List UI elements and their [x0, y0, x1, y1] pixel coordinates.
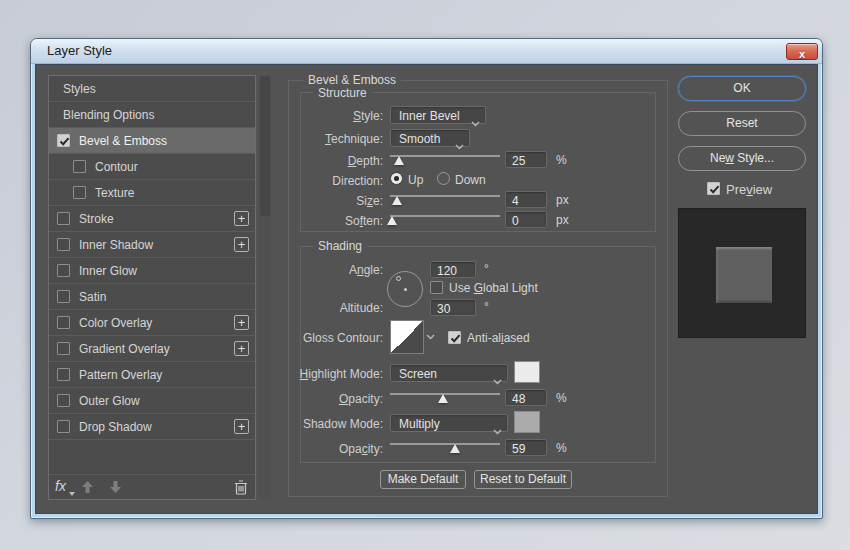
sidebar-item-inner-glow[interactable]: Inner Glow — [49, 258, 255, 284]
size-slider[interactable] — [390, 192, 500, 206]
close-button[interactable]: x — [786, 43, 818, 60]
make-default-button[interactable]: Make Default — [380, 470, 466, 489]
slider-thumb[interactable] — [438, 394, 448, 403]
sidebar-item-blending-options[interactable]: Blending Options — [49, 102, 255, 128]
inner-glow-checkbox[interactable] — [57, 264, 70, 277]
arrow-down-icon — [109, 480, 122, 494]
gloss-contour-thumbnail[interactable] — [390, 320, 424, 354]
use-global-light-checkbox[interactable] — [430, 281, 443, 294]
sidebar-item-texture[interactable]: Texture — [49, 180, 255, 206]
dial-center-dot — [404, 288, 407, 291]
effects-list-panel: Styles Blending Options Bevel & Emboss C… — [48, 75, 256, 500]
depth-input[interactable]: 25 — [505, 151, 547, 168]
add-stroke-button[interactable]: + — [234, 211, 249, 226]
delete-effect-button[interactable] — [234, 479, 248, 499]
reset-button[interactable]: Reset — [678, 111, 806, 136]
direction-up-label: Up — [408, 173, 423, 187]
sidebar-item-stroke[interactable]: Stroke + — [49, 206, 255, 232]
close-icon: x — [799, 48, 805, 60]
pattern-overlay-checkbox[interactable] — [57, 368, 70, 381]
depth-unit: % — [556, 153, 567, 167]
slider-track — [390, 443, 500, 445]
shadow-opacity-input[interactable]: 59 — [505, 439, 547, 456]
move-effect-up-button[interactable] — [81, 480, 94, 498]
effects-list-footer: fx — [49, 474, 255, 499]
dialog-title: Layer Style — [47, 43, 112, 58]
add-gradient-overlay-button[interactable]: + — [234, 341, 249, 356]
sidebar-item-pattern-overlay[interactable]: Pattern Overlay — [49, 362, 255, 388]
satin-checkbox[interactable] — [57, 290, 70, 303]
highlight-opacity-unit: % — [556, 391, 567, 405]
sidebar-item-color-overlay[interactable]: Color Overlay + — [49, 310, 255, 336]
preview-checkbox[interactable] — [707, 182, 720, 195]
color-overlay-checkbox[interactable] — [57, 316, 70, 329]
slider-track — [390, 155, 500, 157]
direction-down-radio[interactable] — [437, 172, 450, 185]
shadow-mode-dropdown[interactable]: Multiply — [390, 414, 508, 432]
highlight-mode-dropdown[interactable]: Screen — [390, 364, 508, 382]
anti-aliased-checkbox[interactable] — [448, 331, 461, 344]
sidebar-item-drop-shadow[interactable]: Drop Shadow + — [49, 414, 255, 440]
size-input[interactable]: 4 — [505, 191, 547, 208]
shading-title: Shading — [313, 239, 367, 253]
direction-up-radio[interactable] — [390, 172, 403, 185]
altitude-label: Altitude: — [250, 301, 383, 315]
dial-angle-marker — [396, 276, 401, 281]
bevel-emboss-checkbox[interactable] — [57, 134, 70, 147]
sidebar-item-contour[interactable]: Contour — [49, 154, 255, 180]
dialog-titlebar[interactable]: Layer Style — [31, 39, 822, 64]
highlight-opacity-input[interactable]: 48 — [505, 389, 547, 406]
style-dropdown[interactable]: Inner Bevel — [390, 106, 486, 124]
ok-button[interactable]: OK — [678, 76, 806, 101]
shadow-opacity-slider[interactable] — [390, 440, 500, 454]
move-effect-down-button[interactable] — [109, 480, 122, 498]
angle-dial[interactable] — [387, 271, 423, 307]
slider-thumb[interactable] — [394, 156, 404, 165]
outer-glow-checkbox[interactable] — [57, 394, 70, 407]
soften-input[interactable]: 0 — [505, 211, 547, 228]
gradient-overlay-checkbox[interactable] — [57, 342, 70, 355]
section-title: Bevel & Emboss — [303, 73, 401, 87]
sidebar-item-outer-glow[interactable]: Outer Glow — [49, 388, 255, 414]
shadow-color-swatch[interactable] — [514, 411, 540, 433]
technique-dropdown[interactable]: Smooth — [390, 129, 470, 147]
stroke-checkbox[interactable] — [57, 212, 70, 225]
fx-menu-button[interactable]: fx — [55, 478, 66, 494]
sidebar-item-inner-shadow[interactable]: Inner Shadow + — [49, 232, 255, 258]
highlight-opacity-slider[interactable] — [390, 390, 500, 404]
sidebar-item-styles[interactable]: Styles — [49, 76, 255, 102]
sidebar-item-satin[interactable]: Satin — [49, 284, 255, 310]
add-color-overlay-button[interactable]: + — [234, 315, 249, 330]
sidebar-item-gradient-overlay[interactable]: Gradient Overlay + — [49, 336, 255, 362]
anti-aliased-label: Anti-aliased — [467, 331, 530, 345]
soften-label: Soften: — [250, 214, 383, 228]
slider-thumb[interactable] — [387, 216, 397, 225]
trash-icon — [234, 479, 248, 495]
depth-label: Depth: — [250, 154, 383, 168]
texture-checkbox[interactable] — [73, 186, 86, 199]
gloss-contour-label: Gloss Contour: — [250, 331, 383, 345]
altitude-unit: ° — [484, 300, 489, 314]
chevron-down-icon — [426, 334, 435, 340]
reset-to-default-button[interactable]: Reset to Default — [474, 470, 572, 489]
shadow-opacity-label: Opacity: — [250, 442, 383, 456]
angle-input[interactable]: 120 — [430, 261, 476, 278]
drop-shadow-checkbox[interactable] — [57, 420, 70, 433]
slider-thumb[interactable] — [392, 196, 402, 205]
add-inner-shadow-button[interactable]: + — [234, 237, 249, 252]
slider-thumb[interactable] — [450, 444, 460, 453]
inner-shadow-checkbox[interactable] — [57, 238, 70, 251]
soften-slider[interactable] — [390, 212, 500, 226]
contour-checkbox[interactable] — [73, 160, 86, 173]
new-style-button[interactable]: New Style... — [678, 146, 806, 171]
size-label: Size: — [250, 194, 383, 208]
highlight-color-swatch[interactable] — [514, 361, 540, 383]
add-drop-shadow-button[interactable]: + — [234, 419, 249, 434]
gloss-contour-dropdown[interactable] — [424, 320, 438, 354]
check-icon — [450, 333, 461, 344]
check-icon — [709, 184, 720, 195]
chevron-down-icon — [471, 113, 480, 131]
depth-slider[interactable] — [390, 152, 500, 166]
sidebar-item-bevel-emboss[interactable]: Bevel & Emboss — [49, 128, 255, 154]
altitude-input[interactable]: 30 — [430, 299, 476, 316]
